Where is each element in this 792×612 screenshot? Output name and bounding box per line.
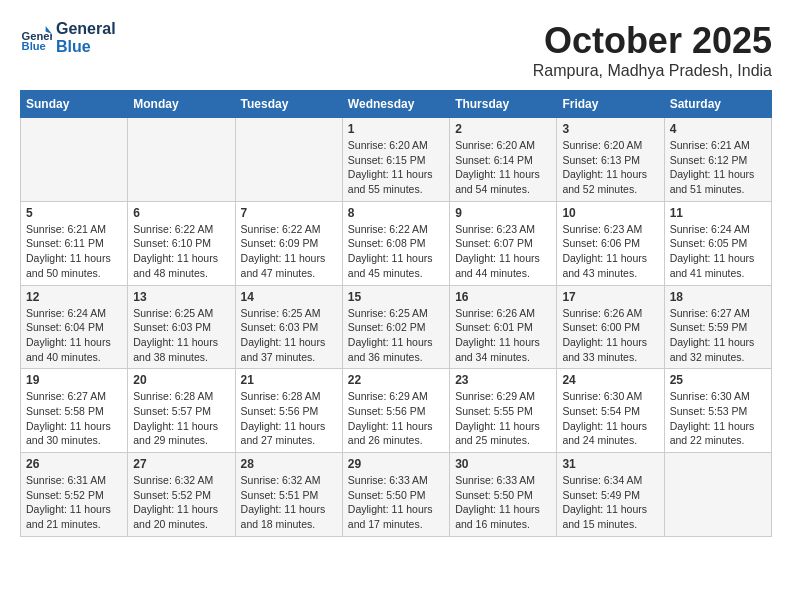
weekday-header-row: SundayMondayTuesdayWednesdayThursdayFrid… (21, 91, 772, 118)
cell-line: Daylight: 11 hours (26, 251, 122, 266)
weekday-header-wednesday: Wednesday (342, 91, 449, 118)
cell-line: Daylight: 11 hours (241, 419, 337, 434)
cell-line: Sunrise: 6:30 AM (670, 389, 766, 404)
cell-line: Sunrise: 6:29 AM (455, 389, 551, 404)
day-number: 27 (133, 457, 229, 471)
cell-line: and 22 minutes. (670, 433, 766, 448)
month-title: October 2025 (533, 20, 772, 62)
cell-content: Sunrise: 6:31 AMSunset: 5:52 PMDaylight:… (26, 473, 122, 532)
day-number: 15 (348, 290, 444, 304)
logo-text-general: General (56, 20, 116, 38)
day-number: 3 (562, 122, 658, 136)
cell-content: Sunrise: 6:23 AMSunset: 6:06 PMDaylight:… (562, 222, 658, 281)
cell-content: Sunrise: 6:33 AMSunset: 5:50 PMDaylight:… (455, 473, 551, 532)
cell-line: Daylight: 11 hours (455, 419, 551, 434)
weekday-header-monday: Monday (128, 91, 235, 118)
cell-line: Sunset: 6:03 PM (241, 320, 337, 335)
cell-line: Sunset: 6:09 PM (241, 236, 337, 251)
day-number: 8 (348, 206, 444, 220)
logo-text-blue: Blue (56, 38, 116, 56)
cell-line: Sunset: 6:13 PM (562, 153, 658, 168)
cell-line: and 48 minutes. (133, 266, 229, 281)
logo: General Blue General Blue (20, 20, 116, 56)
cell-content: Sunrise: 6:22 AMSunset: 6:09 PMDaylight:… (241, 222, 337, 281)
cell-line: Sunrise: 6:34 AM (562, 473, 658, 488)
cell-line: Sunset: 6:03 PM (133, 320, 229, 335)
day-number: 30 (455, 457, 551, 471)
cell-line: Sunrise: 6:26 AM (562, 306, 658, 321)
cell-line: Daylight: 11 hours (26, 502, 122, 517)
cell-line: Sunset: 5:52 PM (133, 488, 229, 503)
cell-line: Daylight: 11 hours (348, 419, 444, 434)
cell-line: Sunrise: 6:28 AM (133, 389, 229, 404)
header: General Blue General Blue October 2025 R… (20, 20, 772, 80)
location-title: Rampura, Madhya Pradesh, India (533, 62, 772, 80)
cell-line: Sunset: 6:15 PM (348, 153, 444, 168)
calendar-cell: 20Sunrise: 6:28 AMSunset: 5:57 PMDayligh… (128, 369, 235, 453)
cell-line: Daylight: 11 hours (241, 502, 337, 517)
calendar-cell: 13Sunrise: 6:25 AMSunset: 6:03 PMDayligh… (128, 285, 235, 369)
cell-line: Sunrise: 6:27 AM (26, 389, 122, 404)
cell-line: Daylight: 11 hours (455, 251, 551, 266)
cell-content: Sunrise: 6:25 AMSunset: 6:03 PMDaylight:… (241, 306, 337, 365)
svg-text:Blue: Blue (22, 40, 46, 52)
cell-line: Sunset: 5:58 PM (26, 404, 122, 419)
cell-line: Daylight: 11 hours (670, 167, 766, 182)
calendar-cell: 19Sunrise: 6:27 AMSunset: 5:58 PMDayligh… (21, 369, 128, 453)
title-section: October 2025 Rampura, Madhya Pradesh, In… (533, 20, 772, 80)
calendar-cell: 22Sunrise: 6:29 AMSunset: 5:56 PMDayligh… (342, 369, 449, 453)
cell-line: Sunrise: 6:22 AM (241, 222, 337, 237)
calendar-table: SundayMondayTuesdayWednesdayThursdayFrid… (20, 90, 772, 537)
day-number: 14 (241, 290, 337, 304)
cell-line: and 43 minutes. (562, 266, 658, 281)
day-number: 29 (348, 457, 444, 471)
calendar-cell: 18Sunrise: 6:27 AMSunset: 5:59 PMDayligh… (664, 285, 771, 369)
cell-line: Sunrise: 6:24 AM (670, 222, 766, 237)
cell-line: Daylight: 11 hours (670, 335, 766, 350)
cell-line: Sunrise: 6:24 AM (26, 306, 122, 321)
day-number: 21 (241, 373, 337, 387)
cell-line: Sunset: 5:52 PM (26, 488, 122, 503)
cell-line: Sunrise: 6:29 AM (348, 389, 444, 404)
calendar-cell: 28Sunrise: 6:32 AMSunset: 5:51 PMDayligh… (235, 453, 342, 537)
day-number: 19 (26, 373, 122, 387)
cell-content: Sunrise: 6:32 AMSunset: 5:51 PMDaylight:… (241, 473, 337, 532)
calendar-cell: 5Sunrise: 6:21 AMSunset: 6:11 PMDaylight… (21, 201, 128, 285)
cell-line: and 45 minutes. (348, 266, 444, 281)
cell-line: Sunrise: 6:31 AM (26, 473, 122, 488)
cell-line: Daylight: 11 hours (241, 335, 337, 350)
calendar-cell: 26Sunrise: 6:31 AMSunset: 5:52 PMDayligh… (21, 453, 128, 537)
cell-line: and 36 minutes. (348, 350, 444, 365)
cell-content: Sunrise: 6:29 AMSunset: 5:56 PMDaylight:… (348, 389, 444, 448)
cell-content: Sunrise: 6:26 AMSunset: 6:00 PMDaylight:… (562, 306, 658, 365)
cell-content: Sunrise: 6:22 AMSunset: 6:10 PMDaylight:… (133, 222, 229, 281)
weekday-header-tuesday: Tuesday (235, 91, 342, 118)
calendar-cell: 16Sunrise: 6:26 AMSunset: 6:01 PMDayligh… (450, 285, 557, 369)
day-number: 2 (455, 122, 551, 136)
calendar-cell: 2Sunrise: 6:20 AMSunset: 6:14 PMDaylight… (450, 118, 557, 202)
cell-line: Daylight: 11 hours (562, 251, 658, 266)
calendar-cell: 27Sunrise: 6:32 AMSunset: 5:52 PMDayligh… (128, 453, 235, 537)
cell-line: Daylight: 11 hours (562, 167, 658, 182)
cell-content: Sunrise: 6:27 AMSunset: 5:58 PMDaylight:… (26, 389, 122, 448)
cell-content: Sunrise: 6:20 AMSunset: 6:15 PMDaylight:… (348, 138, 444, 197)
cell-line: Sunset: 5:57 PM (133, 404, 229, 419)
cell-content: Sunrise: 6:25 AMSunset: 6:03 PMDaylight:… (133, 306, 229, 365)
cell-line: Sunset: 6:12 PM (670, 153, 766, 168)
cell-content: Sunrise: 6:34 AMSunset: 5:49 PMDaylight:… (562, 473, 658, 532)
cell-line: Sunset: 5:49 PM (562, 488, 658, 503)
cell-line: and 54 minutes. (455, 182, 551, 197)
cell-content: Sunrise: 6:22 AMSunset: 6:08 PMDaylight:… (348, 222, 444, 281)
cell-line: Sunrise: 6:20 AM (348, 138, 444, 153)
cell-line: and 44 minutes. (455, 266, 551, 281)
day-number: 10 (562, 206, 658, 220)
day-number: 11 (670, 206, 766, 220)
calendar-cell (664, 453, 771, 537)
day-number: 5 (26, 206, 122, 220)
cell-line: and 20 minutes. (133, 517, 229, 532)
calendar-cell: 3Sunrise: 6:20 AMSunset: 6:13 PMDaylight… (557, 118, 664, 202)
day-number: 6 (133, 206, 229, 220)
cell-line: and 29 minutes. (133, 433, 229, 448)
cell-line: Sunrise: 6:30 AM (562, 389, 658, 404)
cell-line: Sunrise: 6:28 AM (241, 389, 337, 404)
